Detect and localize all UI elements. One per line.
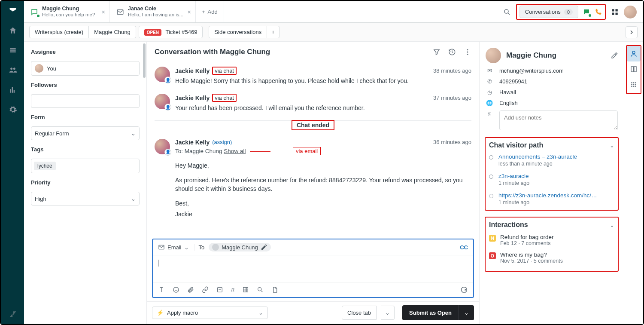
chevron-down-icon[interactable]: ⌄ [610,222,614,228]
assignee-select[interactable]: You [31,61,140,76]
priority-select[interactable]: High ⌄ [31,192,140,205]
close-tab-label: Close tab [347,310,371,316]
apps-grid-icon[interactable] [611,8,619,16]
customers-icon[interactable] [9,66,17,74]
reporting-icon[interactable] [9,86,17,94]
recipient-avatar [212,244,219,251]
svg-point-1 [504,9,508,13]
chat-ended-divider: Chat ended [155,120,471,130]
conversations-button[interactable]: Conversations 0 [519,6,578,18]
agent-avatar: 👤 [155,67,170,82]
ticket-footer: ⚡ Apply macro ⌄ Close tab ⌄ Submit as Op… [147,301,479,324]
svg-point-6 [467,49,468,50]
document-icon[interactable] [271,286,278,293]
edit-icon[interactable] [261,244,267,251]
add-tab-button[interactable]: + Add [196,1,224,22]
status-square-icon: N [489,235,496,242]
chat-status-icon[interactable] [583,8,590,16]
admin-gear-icon[interactable] [9,105,17,114]
recipient-chip[interactable]: Maggie Chung [209,243,271,251]
top-bar: Maggie Chung Hello, can you help me? × J… [24,1,643,23]
interaction-item[interactable]: O Where is my bag? Nov 5. 2017 · 5 comme… [489,249,614,267]
visitor-path-item[interactable]: z3n-auracle 1 minute ago [489,173,614,186]
svg-point-16 [633,82,634,83]
visitor-path-item[interactable]: https://z3n-auracle.zendesk.com/hc/en...… [489,192,614,205]
visitor-path-link[interactable]: z3n-auracle [498,173,529,179]
user-context-icon[interactable] [627,46,641,61]
breadcrumb-requester[interactable]: Maggie Chung [89,26,136,38]
edit-icon[interactable] [611,52,618,59]
assignee-label: Assignee [31,49,140,55]
interaction-meta: Nov 5. 2017 · 5 comments [500,258,563,264]
chevron-down-icon[interactable]: ⌄ [610,142,614,149]
svg-point-17 [635,82,636,83]
search-kb-icon[interactable] [257,286,264,293]
mail-icon [116,8,125,16]
views-icon[interactable] [9,46,17,55]
followers-input[interactable] [31,94,140,108]
scrollbar-thumb[interactable] [143,43,146,78]
signature-icon[interactable]: R [231,286,234,293]
svg-rect-4 [612,12,614,15]
submit-button[interactable]: Submit as Open [402,305,459,320]
home-icon[interactable] [9,26,17,35]
status-square-icon: O [489,252,496,259]
user-notes-input[interactable] [499,110,618,130]
followers-label: Followers [31,82,140,88]
form-select[interactable]: Regular Form ⌄ [31,126,140,140]
visitor-path-link[interactable]: https://z3n-auracle.zendesk.com/hc/en... [498,192,597,199]
search-icon[interactable] [503,8,511,16]
breadcrumb-org[interactable]: Writersplus (create) [29,26,89,38]
requester-phone[interactable]: 409295941 [499,78,527,85]
workspace-tab-2[interactable]: Janae Cole Hello, I am having an is... × [110,1,196,22]
tab-subtitle: Hello, I am having an is... [128,12,183,18]
filter-icon[interactable] [433,48,440,56]
apps-icon[interactable] [627,77,641,92]
requester-avatar [486,48,501,63]
knowledge-capture-icon[interactable] [460,286,468,294]
show-all-link[interactable]: Show all [224,148,246,154]
quote-icon[interactable] [216,286,223,293]
current-user-avatar[interactable] [624,6,637,18]
requester-email[interactable]: mchung@writersplus.com [499,67,564,74]
knowledge-icon[interactable] [627,61,641,77]
expand-panel-button[interactable] [626,26,638,38]
timeline-dot-icon [489,155,493,159]
table-icon[interactable] [242,286,249,293]
workspace-tab-1[interactable]: Maggie Chung Hello, can you help me? × [24,1,110,22]
visitor-path-item[interactable]: Announcements – z3n-auracle less than a … [489,153,614,167]
close-icon[interactable]: × [102,9,105,15]
tags-input[interactable]: lychee [31,159,140,173]
text-format-icon[interactable] [158,286,165,293]
submit-caret[interactable]: ⌄ [459,305,474,320]
apply-macro-select[interactable]: ⚡ Apply macro ⌄ [152,307,268,319]
close-icon[interactable]: × [188,9,191,15]
assign-link[interactable]: (assign) [212,139,232,145]
history-icon[interactable] [448,48,456,56]
composer-textarea[interactable] [153,255,473,282]
zendesk-logo-icon[interactable] [9,6,17,15]
cc-button[interactable]: CC [460,244,468,251]
interaction-item[interactable]: N Refund for bag order Feb 12 · 7 commen… [489,231,614,249]
more-icon[interactable] [464,48,471,56]
side-conversations-button[interactable]: Side conversations [209,26,267,38]
link-icon[interactable] [202,286,209,293]
email-greeting: Hey Maggie, [175,161,471,170]
add-tab-label: Add [208,9,218,15]
svg-point-7 [467,52,468,53]
emoji-icon[interactable] [173,286,179,293]
assignee-value: You [47,65,56,72]
close-tab-button[interactable]: Close tab [342,306,377,320]
context-panel: Maggie Chung ✉mchung@writersplus.com ✆40… [480,42,624,324]
message-author: Jackie Kelly [175,67,210,74]
breadcrumb-ticket[interactable]: OPEN Ticket #5469 [139,26,203,38]
attachment-icon[interactable] [187,286,194,293]
channel-select[interactable]: Email ⌄ [158,244,194,251]
interaction-title: Where is my bag? [500,251,563,258]
phone-icon[interactable] [595,8,602,16]
tag-chip[interactable]: lychee [34,162,56,170]
close-tab-caret[interactable]: ⌄ [381,306,395,320]
message-body: Your refund has been processed. I will e… [175,104,471,112]
add-side-conversation-button[interactable]: + [267,26,279,38]
visitor-path-link[interactable]: Announcements – z3n-auracle [498,153,577,160]
